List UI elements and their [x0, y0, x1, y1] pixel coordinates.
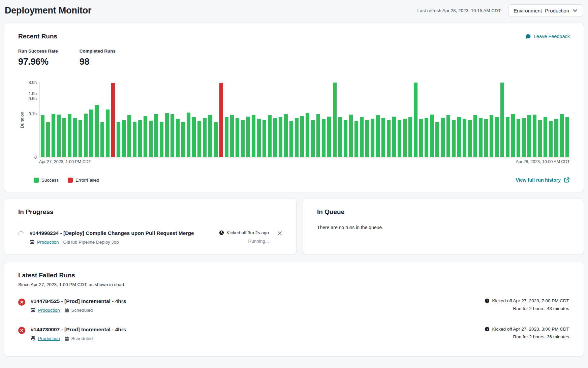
chart-bar[interactable]	[197, 121, 201, 157]
chart-bar[interactable]	[241, 120, 245, 157]
chart-bar[interactable]	[452, 120, 456, 157]
chart-bar[interactable]	[57, 115, 61, 157]
chart-bar[interactable]	[300, 116, 304, 157]
chart-bar[interactable]	[117, 122, 120, 157]
chart-bar[interactable]	[381, 118, 385, 157]
chart-bar[interactable]	[327, 117, 331, 157]
chart-bar[interactable]	[441, 118, 444, 157]
chart-bar[interactable]	[479, 118, 483, 157]
chart-bar[interactable]	[311, 120, 315, 157]
chart-bar[interactable]	[208, 115, 212, 157]
chart-bar[interactable]	[252, 115, 255, 157]
chart-bar[interactable]	[435, 122, 439, 157]
chart-bar[interactable]	[79, 120, 82, 157]
chart-bar[interactable]	[376, 115, 380, 157]
chart-bar[interactable]	[333, 83, 337, 157]
chart-bar[interactable]	[316, 114, 320, 157]
chart-bar[interactable]	[214, 122, 218, 157]
chart-bar[interactable]	[554, 119, 558, 157]
chart-bar[interactable]	[306, 113, 309, 157]
environment-link[interactable]: Production	[38, 308, 60, 313]
chart-bar[interactable]	[549, 121, 553, 157]
environment-link[interactable]: Production	[38, 336, 60, 341]
chart-bar[interactable]	[506, 117, 509, 157]
chart-bar[interactable]	[500, 83, 504, 157]
chart-bar[interactable]	[484, 119, 488, 157]
chart-bar[interactable]	[349, 115, 353, 157]
chart-bar[interactable]	[176, 119, 180, 157]
chart-bar[interactable]	[46, 122, 50, 157]
chart-bar[interactable]	[295, 118, 299, 157]
chart-bar[interactable]	[273, 118, 277, 157]
chart-bar[interactable]	[279, 117, 282, 157]
chart-bar[interactable]	[538, 120, 542, 157]
chart-bar[interactable]	[425, 118, 428, 157]
chart-bar[interactable]	[533, 115, 536, 157]
chart-bar[interactable]	[181, 122, 185, 157]
chart-bar[interactable]	[154, 114, 158, 157]
chart-bar[interactable]	[133, 122, 136, 157]
view-run-history-link[interactable]: View full run history	[516, 177, 570, 183]
chart-bar[interactable]	[473, 115, 477, 157]
chart-bar[interactable]	[511, 114, 515, 157]
chart-bar[interactable]	[262, 120, 266, 157]
chart-bar[interactable]	[403, 119, 407, 157]
chart-bar[interactable]	[52, 114, 55, 157]
chart-bar[interactable]	[468, 120, 472, 157]
chart-bar[interactable]	[517, 119, 520, 157]
chart-bar[interactable]	[187, 113, 190, 157]
chart-bar[interactable]	[365, 120, 369, 157]
chart-bar[interactable]	[446, 115, 450, 157]
chart-bar[interactable]	[284, 114, 288, 157]
chart-bar[interactable]	[522, 118, 526, 157]
chart-bar[interactable]	[95, 105, 98, 157]
chart-bar[interactable]	[322, 119, 326, 157]
close-icon[interactable]	[277, 231, 282, 236]
chart-bar[interactable]	[338, 117, 342, 157]
environment-link[interactable]: Production	[37, 240, 59, 245]
chart-bar[interactable]	[490, 115, 493, 157]
chart-bar[interactable]	[360, 117, 364, 157]
chart-bar[interactable]	[527, 115, 531, 157]
chart-bar[interactable]	[111, 83, 115, 157]
chart-bar[interactable]	[289, 121, 293, 157]
chart-bar[interactable]	[219, 83, 223, 157]
chart-bar[interactable]	[73, 118, 77, 157]
chart-bar[interactable]	[463, 119, 466, 157]
chart-bar[interactable]	[127, 115, 131, 157]
chart-bar[interactable]	[495, 117, 499, 157]
chart-bar[interactable]	[408, 117, 412, 157]
leave-feedback-link[interactable]: Leave Feedback	[525, 34, 570, 39]
chart-bar[interactable]	[354, 121, 358, 157]
chart-bar[interactable]	[106, 110, 110, 157]
chart-bar[interactable]	[84, 114, 88, 157]
chart-bar[interactable]	[398, 120, 401, 157]
chart-bar[interactable]	[419, 119, 423, 157]
chart-bar[interactable]	[430, 115, 434, 157]
chart-bar[interactable]	[160, 122, 163, 157]
chart-bar[interactable]	[457, 117, 461, 157]
chart-bar[interactable]	[225, 117, 228, 157]
chart-bar[interactable]	[89, 110, 93, 157]
chart-bar[interactable]	[387, 120, 391, 157]
chart-bar[interactable]	[192, 117, 196, 157]
chart-bar[interactable]	[171, 114, 174, 157]
chart-bar[interactable]	[149, 121, 153, 157]
chart-bar[interactable]	[344, 120, 347, 157]
chart-bar[interactable]	[144, 116, 147, 157]
chart-bar[interactable]	[41, 115, 44, 157]
chart-bar[interactable]	[68, 114, 71, 157]
chart-bar[interactable]	[236, 118, 239, 157]
chart-bar[interactable]	[544, 117, 547, 157]
chart-bar[interactable]	[165, 113, 169, 157]
chart-bar[interactable]	[246, 117, 250, 157]
chart-bar[interactable]	[414, 83, 417, 157]
chart-bar[interactable]	[122, 120, 126, 157]
chart-bar[interactable]	[268, 115, 272, 157]
chart-bar[interactable]	[565, 117, 569, 157]
chart-bar[interactable]	[203, 118, 207, 157]
chart-bar[interactable]	[230, 115, 234, 157]
chart-bar[interactable]	[100, 122, 104, 157]
chart-bar[interactable]	[62, 118, 66, 157]
chart-bar[interactable]	[560, 114, 564, 157]
